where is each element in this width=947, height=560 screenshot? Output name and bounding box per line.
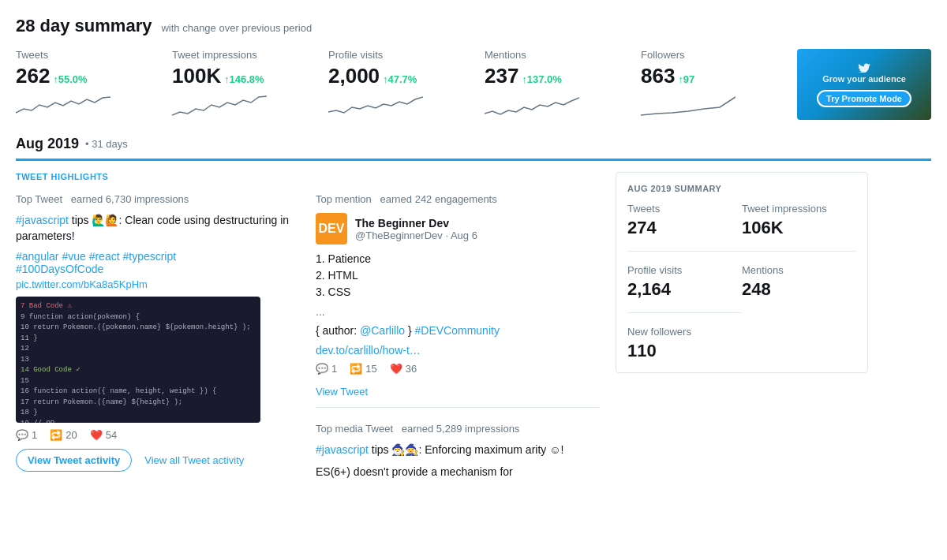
aug-profile-value: 2,164 (627, 279, 742, 300)
stat-profile-visits: Profile visits 2,000 47.7% (328, 49, 485, 119)
top-tweet-text: #javascript tips 🙋‍♂️🙋: Clean code using… (16, 213, 300, 244)
reply-icon: 💬 (16, 429, 28, 441)
top-mention-col: Top mention earned 242 engagements DEV T… (316, 191, 600, 486)
highlights-grid: Top Tweet earned 6,730 impressions #java… (16, 191, 600, 486)
stat-profile-value: 2,000 (328, 64, 380, 88)
like-icon: ❤️ (90, 429, 103, 441)
stat-impressions-label: Tweet impressions (172, 49, 316, 61)
mention-code: { author: @Carlillo } #DEVCommunity (316, 323, 600, 339)
mention-replies-stat: 💬 1 (316, 363, 337, 375)
top-media-section: Top media Tweet earned 5,289 impressions… (316, 420, 600, 480)
mention-reply-icon: 💬 (316, 363, 328, 375)
stat-impressions-value: 100K (172, 64, 221, 88)
aug-tweets-label: Tweets (627, 203, 742, 215)
mention-name: The Beginner Dev (355, 217, 477, 230)
tweets-sparkline (16, 93, 110, 117)
stat-impressions: Tweet impressions 100K 146.8% (172, 49, 328, 119)
right-panel: AUG 2019 SUMMARY Tweets 274 Tweet impres… (616, 172, 868, 486)
divider-blue (16, 159, 931, 161)
stats-row: Tweets 262 55.0% Tweet impressions 100K … (16, 49, 931, 120)
stat-mentions: Mentions 237 137.0% (485, 49, 641, 119)
top-media-heading: Top media Tweet earned 5,289 impressions (316, 420, 600, 436)
stat-mentions-label: Mentions (485, 49, 628, 61)
top-tweet-col: Top Tweet earned 6,730 impressions #java… (16, 191, 300, 486)
top-mention-earned: earned 242 engagements (380, 193, 497, 205)
mention-hashtag: #DEVCommunity (415, 324, 500, 337)
stat-tweets-change: 55.0% (53, 73, 87, 85)
mention-retweet-icon: 🔁 (350, 363, 362, 375)
impressions-sparkline (172, 93, 267, 117)
stat-mentions-change: 137.0% (522, 73, 562, 85)
aug-stat-mentions: Mentions 248 (742, 264, 856, 313)
stat-followers: Followers 863 97 (641, 49, 797, 119)
stat-tweets-value: 262 (16, 64, 50, 88)
promo-top-text: Grow your audience (822, 62, 906, 84)
aug-stat-tweets: Tweets 274 (627, 203, 742, 252)
stat-followers-value: 863 (641, 64, 675, 88)
left-panel: TWEET HIGHLIGHTS Top Tweet earned 6,730 … (16, 172, 600, 486)
mention-likes-stat: ❤️ 36 (390, 363, 417, 375)
aug-stat-impressions: Tweet impressions 106K (742, 203, 856, 252)
page-wrapper: 28 day summary with change over previous… (0, 0, 947, 494)
view-tweet-link[interactable]: View Tweet (316, 386, 368, 398)
divider-media (316, 407, 600, 408)
mention-handle: @TheBeginnerDev · Aug 6 (355, 230, 477, 241)
summary-subtitle: with change over previous period (161, 22, 312, 34)
mention-tweet-stats: 💬 1 🔁 15 ❤️ 36 (316, 363, 600, 375)
month-header: Aug 2019 • 31 days (16, 136, 931, 152)
summary-title: 28 day summary (16, 16, 152, 36)
highlights-label: TWEET HIGHLIGHTS (16, 172, 600, 181)
bottom-actions: View Tweet activity View all Tweet activ… (16, 449, 300, 472)
stat-tweets-label: Tweets (16, 49, 159, 61)
view-all-link[interactable]: View all Tweet activity (144, 454, 244, 466)
aug-mentions-label: Mentions (742, 264, 856, 276)
top-tweet-heading: Top Tweet earned 6,730 impressions (16, 191, 300, 207)
month-title: Aug 2019 (16, 136, 79, 152)
aug-summary-box: AUG 2019 SUMMARY Tweets 274 Tweet impres… (616, 172, 868, 373)
aug-profile-label: Profile visits (627, 264, 742, 276)
mention-list: 1. Patience 2. HTML 3. CSS (316, 251, 600, 301)
content-layout: TWEET HIGHLIGHTS Top Tweet earned 6,730 … (16, 172, 931, 486)
stat-profile-change: 47.7% (383, 73, 417, 85)
likes-stat: ❤️ 54 (90, 429, 117, 441)
aug-summary-title: AUG 2019 SUMMARY (627, 184, 856, 193)
aug-followers-label: New followers (627, 326, 856, 338)
top-media-earned: earned 5,289 impressions (402, 423, 520, 435)
stat-mentions-value: 237 (485, 64, 518, 88)
top-media-subtext: ES(6+) doesn't provide a mechanism for (316, 465, 600, 480)
aug-mentions-value: 248 (742, 279, 856, 300)
replies-stat: 💬 1 (16, 429, 37, 441)
stat-followers-label: Followers (641, 49, 784, 61)
mention-code-link: @Carlillo (360, 324, 405, 337)
top-media-text: #javascript tips 🧙‍♂️🧙: Enforcing maximu… (316, 442, 600, 458)
aug-followers-value: 110 (627, 341, 856, 361)
aug-stats-grid: Tweets 274 Tweet impressions 106K Profil… (627, 203, 856, 361)
mention-avatar: DEV (316, 213, 347, 245)
profile-sparkline (328, 93, 423, 117)
followers-sparkline (641, 93, 736, 117)
top-tweet-hashtag: #javascript (16, 214, 69, 226)
top-tweet-stats: 💬 1 🔁 20 ❤️ 54 (16, 429, 300, 441)
promo-button[interactable]: Try Promote Mode (817, 90, 911, 107)
summary-header: 28 day summary with change over previous… (16, 8, 931, 36)
mention-dots: ... (316, 305, 600, 318)
aug-stat-followers: New followers 110 (627, 326, 856, 361)
stat-followers-change: 97 (678, 73, 694, 85)
aug-impressions-value: 106K (742, 218, 856, 238)
retweet-icon: 🔁 (50, 429, 62, 441)
top-tweet-link[interactable]: pic.twitter.com/bKa8a5KpHm (16, 278, 300, 290)
retweets-stat: 🔁 20 (50, 429, 77, 441)
mention-url: dev.to/carlillo/how-t… (316, 344, 600, 357)
tweet-code-image: 7 Bad Code ⚠ 9 function action(pokemon) … (16, 297, 260, 423)
view-tweet-activity-button[interactable]: View Tweet activity (16, 449, 132, 472)
aug-impressions-label: Tweet impressions (742, 203, 856, 215)
stat-profile-label: Profile visits (328, 49, 472, 61)
promo-banner[interactable]: Grow your audience Try Promote Mode (797, 49, 931, 120)
stat-tweets: Tweets 262 55.0% (16, 49, 172, 119)
stat-impressions-change: 146.8% (224, 73, 264, 85)
month-days: • 31 days (85, 138, 128, 150)
top-media-hashtag: #javascript (316, 443, 369, 456)
mentions-sparkline (485, 93, 579, 117)
top-tweet-tags: #angular #vue #react #typescript #100Day… (16, 250, 300, 275)
top-mention-heading: Top mention earned 242 engagements (316, 191, 600, 207)
